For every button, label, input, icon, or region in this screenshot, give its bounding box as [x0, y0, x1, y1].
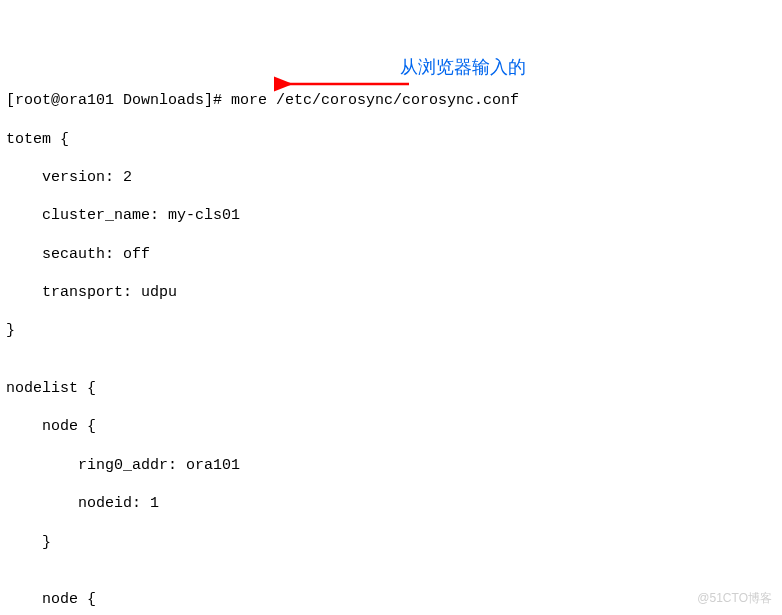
config-line-4: transport: udpu [6, 283, 776, 302]
config-line-7: nodelist { [6, 379, 776, 398]
config-line-3: secauth: off [6, 245, 776, 264]
config-line-0: totem { [6, 130, 776, 149]
watermark-text: @51CTO博客 [697, 590, 772, 607]
config-line-2: cluster_name: my-cls01 [6, 206, 776, 225]
annotation-label: 从浏览器输入的 [400, 55, 526, 79]
config-line-13: node { [6, 590, 776, 609]
config-line-1: version: 2 [6, 168, 776, 187]
prompt-line-1: [root@ora101 Downloads]# more /etc/coros… [6, 91, 776, 110]
config-line-11: } [6, 533, 776, 552]
config-line-5: } [6, 321, 776, 340]
config-line-10: nodeid: 1 [6, 494, 776, 513]
config-line-8: node { [6, 417, 776, 436]
config-line-9: ring0_addr: ora101 [6, 456, 776, 475]
terminal-output: [root@ora101 Downloads]# more /etc/coros… [0, 68, 782, 615]
